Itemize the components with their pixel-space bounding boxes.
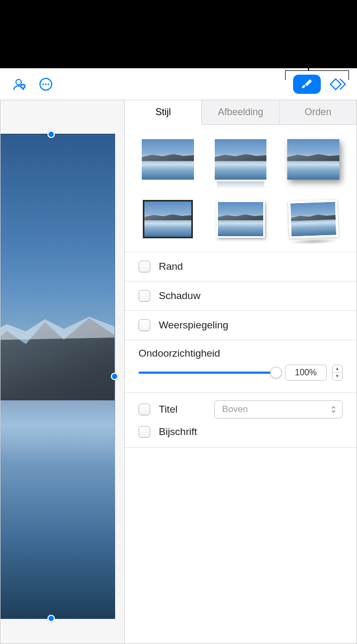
brush-icon	[300, 77, 314, 91]
title-caption-section: Titel Boven Bijschrift	[125, 393, 356, 448]
style-preset-shadow[interactable]	[285, 138, 342, 181]
selection-handle-bottom[interactable]	[47, 615, 55, 622]
caption-checkbox[interactable]	[139, 426, 150, 438]
diamond-stack-icon	[329, 77, 346, 92]
more-button[interactable]	[36, 75, 55, 94]
title-checkbox[interactable]	[139, 404, 150, 415]
canvas-area[interactable]	[1, 100, 125, 643]
tab-image[interactable]: Afbeelding	[202, 100, 279, 124]
reflection-label: Weerspiegeling	[159, 319, 229, 331]
title-dropdown-value: Boven	[222, 404, 248, 415]
style-preset-reflect[interactable]	[212, 138, 269, 181]
opacity-label: Ondoorzichtigheid	[139, 348, 343, 359]
ellipsis-circle-icon	[38, 77, 53, 92]
style-preset-frame-curl[interactable]	[284, 196, 342, 241]
style-preset-border[interactable]	[140, 197, 196, 241]
header-black-region	[0, 0, 357, 68]
opacity-value-field[interactable]: 100%	[285, 365, 327, 381]
chevron-up-down-icon	[330, 405, 337, 414]
tab-arrange[interactable]: Orden	[280, 100, 356, 124]
title-position-dropdown[interactable]: Boven	[214, 400, 343, 418]
svg-point-3	[42, 83, 44, 85]
selection-handle-right[interactable]	[111, 373, 118, 380]
format-button[interactable]	[293, 75, 321, 94]
svg-point-4	[45, 83, 46, 85]
inspector-panel: Stijl Afbeelding Orden Rand Schaduw Weer…	[125, 100, 356, 643]
shadow-checkbox[interactable]	[139, 290, 150, 302]
caption-label: Bijschrift	[159, 426, 197, 438]
collaborate-button[interactable]	[10, 75, 29, 94]
style-presets-grid	[125, 125, 356, 252]
reflection-checkbox[interactable]	[139, 319, 150, 331]
opacity-stepper[interactable]: ▲ ▼	[332, 365, 343, 381]
shadow-row[interactable]: Schaduw	[125, 281, 356, 311]
svg-point-0	[16, 79, 21, 85]
shape-button[interactable]	[328, 75, 347, 94]
border-label: Rand	[159, 261, 183, 272]
opacity-section: Ondoorzichtigheid 100% ▲ ▼	[125, 340, 356, 393]
stepper-down-icon[interactable]: ▼	[332, 373, 342, 380]
shadow-label: Schaduw	[159, 290, 200, 302]
reflection-row[interactable]: Weerspiegeling	[125, 311, 356, 340]
border-row[interactable]: Rand	[125, 252, 356, 281]
stepper-up-icon[interactable]: ▲	[332, 365, 342, 373]
toolbar	[0, 68, 357, 100]
style-preset-frame-shadow[interactable]	[212, 197, 269, 241]
callout-line	[308, 46, 309, 70]
inspector-tabs: Stijl Afbeelding Orden	[125, 100, 356, 125]
person-add-icon	[12, 77, 27, 92]
tab-style[interactable]: Stijl	[125, 100, 202, 125]
border-checkbox[interactable]	[139, 261, 150, 272]
opacity-slider-thumb[interactable]	[270, 367, 282, 379]
title-label: Titel	[159, 404, 206, 415]
opacity-slider[interactable]	[139, 367, 280, 378]
svg-point-5	[47, 83, 49, 85]
selected-image[interactable]	[1, 134, 115, 619]
selection-handle-top[interactable]	[47, 131, 55, 138]
style-preset-plain[interactable]	[140, 138, 196, 181]
